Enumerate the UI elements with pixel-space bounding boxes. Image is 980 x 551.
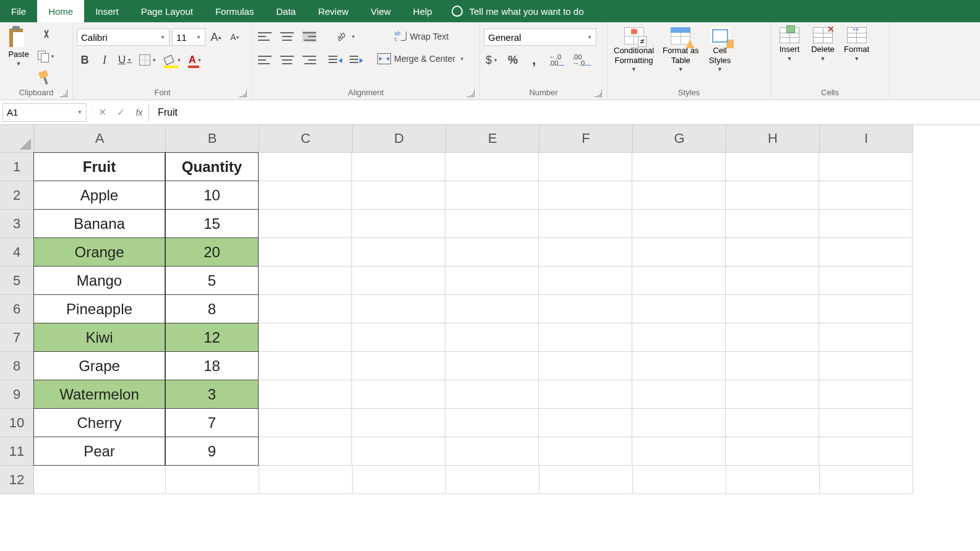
- cell-A2[interactable]: Apple: [33, 181, 165, 210]
- cell-E8[interactable]: [445, 352, 539, 380]
- cell-I12[interactable]: [820, 466, 913, 494]
- formula-input[interactable]: [148, 103, 980, 122]
- cell-D3[interactable]: [352, 210, 445, 238]
- cell-A4[interactable]: Orange: [33, 237, 165, 267]
- cell-F12[interactable]: [539, 466, 633, 494]
- cell-B10[interactable]: 7: [165, 408, 259, 437]
- row-header-7[interactable]: 7: [0, 323, 34, 352]
- cell-A8[interactable]: Grape: [33, 351, 165, 380]
- cell-G10[interactable]: [632, 409, 726, 437]
- column-header-G[interactable]: G: [633, 125, 726, 153]
- tab-insert[interactable]: Insert: [84, 0, 130, 22]
- cell-D4[interactable]: [352, 238, 445, 267]
- fill-color-button[interactable]: ▼: [162, 52, 183, 68]
- select-all-corner[interactable]: [0, 125, 34, 153]
- delete-cells-button[interactable]: Delete▼: [808, 26, 838, 63]
- align-bottom-button[interactable]: [301, 28, 318, 45]
- format-painter-button[interactable]: [36, 69, 57, 85]
- cell-I8[interactable]: [819, 352, 913, 380]
- cell-F11[interactable]: [539, 437, 632, 466]
- cell-A1[interactable]: Fruit: [33, 152, 165, 181]
- cell-H7[interactable]: [726, 323, 819, 352]
- paste-button[interactable]: Paste ▼: [4, 25, 33, 68]
- enter-formula-button[interactable]: ✓: [111, 103, 130, 122]
- font-color-button[interactable]: A▼: [187, 52, 204, 68]
- cell-G3[interactable]: [632, 210, 726, 238]
- row-header-11[interactable]: 11: [0, 437, 34, 466]
- row-header-9[interactable]: 9: [0, 380, 34, 409]
- cell-G4[interactable]: [632, 238, 726, 267]
- cell-C3[interactable]: [259, 210, 352, 238]
- cell-F9[interactable]: [539, 380, 632, 409]
- cell-F1[interactable]: [539, 153, 632, 181]
- merge-center-button[interactable]: Merge & Center▼: [374, 51, 468, 67]
- cell-D5[interactable]: [352, 267, 445, 295]
- cell-C8[interactable]: [259, 352, 352, 380]
- tab-help[interactable]: Help: [402, 0, 444, 22]
- cell-F8[interactable]: [539, 352, 632, 380]
- cell-F4[interactable]: [539, 238, 632, 267]
- cell-G8[interactable]: [632, 352, 726, 380]
- cell-H2[interactable]: [726, 181, 819, 210]
- cell-H11[interactable]: [726, 437, 819, 466]
- dialog-launcher-icon[interactable]: [60, 90, 67, 97]
- cell-G11[interactable]: [632, 437, 726, 466]
- cell-D10[interactable]: [352, 409, 445, 437]
- font-name-combo[interactable]: ▼: [77, 28, 170, 46]
- percent-format-button[interactable]: %: [505, 52, 521, 68]
- column-header-C[interactable]: C: [259, 125, 353, 153]
- row-header-10[interactable]: 10: [0, 409, 34, 437]
- cell-D8[interactable]: [352, 352, 445, 380]
- cell-I6[interactable]: [819, 295, 913, 323]
- cell-B12[interactable]: [166, 466, 259, 494]
- cell-B7[interactable]: 12: [165, 323, 259, 352]
- cell-B11[interactable]: 9: [165, 437, 259, 466]
- cell-F3[interactable]: [539, 210, 632, 238]
- wrap-text-button[interactable]: Wrap Text: [374, 28, 468, 45]
- cell-H9[interactable]: [726, 380, 819, 409]
- underline-button[interactable]: U▼: [116, 52, 134, 68]
- dialog-launcher-icon[interactable]: [239, 90, 247, 97]
- name-box[interactable]: ▼: [2, 103, 87, 122]
- insert-function-button[interactable]: fx: [130, 103, 148, 122]
- tab-file[interactable]: File: [0, 0, 37, 22]
- cell-E11[interactable]: [445, 437, 539, 466]
- cell-D11[interactable]: [352, 437, 445, 466]
- cell-B4[interactable]: 20: [165, 237, 259, 267]
- cell-E2[interactable]: [445, 181, 539, 210]
- font-size-combo[interactable]: ▼: [172, 28, 205, 46]
- cell-A6[interactable]: Pineapple: [33, 294, 165, 323]
- cell-E5[interactable]: [445, 267, 539, 295]
- cell-A9[interactable]: Watermelon: [33, 380, 165, 409]
- cell-A3[interactable]: Banana: [33, 209, 165, 238]
- cell-B3[interactable]: 15: [165, 209, 259, 238]
- tell-me-search[interactable]: Tell me what you want to do: [452, 6, 583, 17]
- cell-I2[interactable]: [819, 181, 913, 210]
- cell-I4[interactable]: [819, 238, 913, 267]
- cell-E7[interactable]: [445, 323, 539, 352]
- cancel-formula-button[interactable]: ✕: [93, 103, 111, 122]
- align-middle-button[interactable]: [278, 28, 296, 45]
- cell-styles-button[interactable]: Cell Styles▼: [705, 26, 735, 74]
- cell-E3[interactable]: [445, 210, 539, 238]
- cell-H12[interactable]: [726, 466, 820, 494]
- cell-I10[interactable]: [819, 409, 913, 437]
- row-header-12[interactable]: 12: [0, 466, 34, 494]
- column-header-E[interactable]: E: [446, 125, 539, 153]
- row-header-3[interactable]: 3: [0, 210, 34, 238]
- cell-A10[interactable]: Cherry: [33, 408, 165, 437]
- cell-H3[interactable]: [726, 210, 819, 238]
- tab-review[interactable]: Review: [307, 0, 359, 22]
- comma-format-button[interactable]: ,: [526, 52, 542, 68]
- italic-button[interactable]: I: [97, 52, 113, 68]
- column-header-H[interactable]: H: [726, 125, 820, 153]
- cell-B8[interactable]: 18: [165, 351, 259, 380]
- cell-E4[interactable]: [445, 238, 539, 267]
- borders-button[interactable]: ▼: [137, 52, 158, 68]
- cell-H8[interactable]: [726, 352, 819, 380]
- tab-formulas[interactable]: Formulas: [204, 0, 265, 22]
- cell-D7[interactable]: [352, 323, 445, 352]
- cell-D9[interactable]: [352, 380, 445, 409]
- cell-C11[interactable]: [259, 437, 352, 466]
- cell-A7[interactable]: Kiwi: [33, 323, 165, 352]
